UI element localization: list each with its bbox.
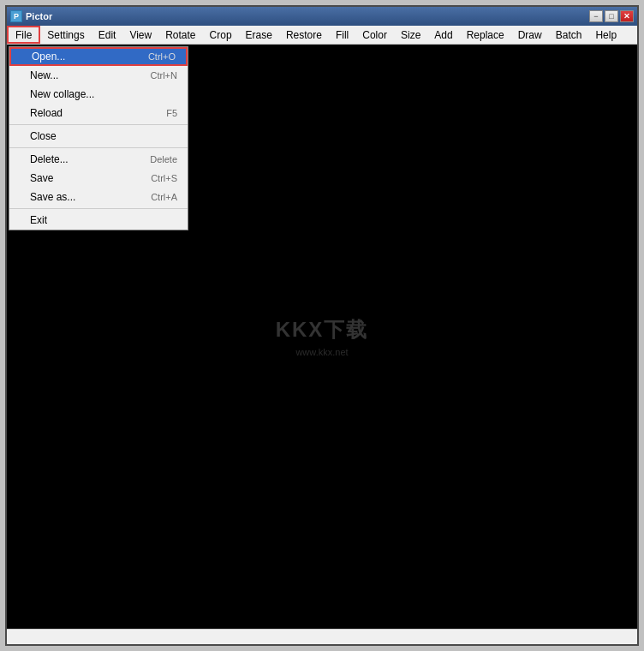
menu-help[interactable]: Help: [588, 26, 623, 44]
file-dropdown: Open... Ctrl+O New... Ctrl+N New collage…: [9, 46, 188, 230]
menu-bar: File Open... Ctrl+O New... Ctrl+N New co…: [7, 26, 637, 45]
menu-size[interactable]: Size: [394, 26, 427, 44]
separator-1: [9, 124, 188, 125]
minimize-button[interactable]: −: [589, 10, 603, 22]
menu-close[interactable]: Close: [9, 127, 188, 146]
maximize-button[interactable]: □: [605, 10, 618, 22]
watermark: KKX下载 www.kkx.net: [276, 316, 369, 357]
menu-fill[interactable]: Fill: [329, 26, 355, 44]
menu-save-as[interactable]: Save as... Ctrl+A: [9, 188, 188, 206]
menu-reload[interactable]: Reload F5: [9, 104, 188, 122]
menu-open[interactable]: Open... Ctrl+O: [9, 47, 188, 66]
main-window: P Pictor − □ ✕ File Open... Ctrl+O New..…: [5, 5, 639, 646]
menu-settings[interactable]: Settings: [40, 26, 91, 44]
menu-new-collage[interactable]: New collage...: [9, 85, 188, 104]
separator-3: [9, 208, 188, 209]
window-controls: − □ ✕: [589, 10, 634, 22]
watermark-url-text: www.kkx.net: [276, 347, 369, 357]
menu-edit[interactable]: Edit: [92, 26, 123, 44]
watermark-main-text: KKX下载: [276, 316, 369, 343]
app-icon: P: [10, 10, 22, 22]
window-title: Pictor: [26, 11, 52, 21]
menu-new[interactable]: New... Ctrl+N: [9, 66, 188, 85]
menu-exit[interactable]: Exit: [9, 211, 188, 230]
menu-erase[interactable]: Erase: [239, 26, 279, 44]
menu-crop[interactable]: Crop: [203, 26, 239, 44]
menu-view[interactable]: View: [122, 26, 158, 44]
menu-batch[interactable]: Batch: [549, 26, 589, 44]
close-button[interactable]: ✕: [620, 10, 634, 22]
separator-2: [9, 147, 188, 148]
menu-color[interactable]: Color: [355, 26, 394, 44]
menu-save[interactable]: Save Ctrl+S: [9, 169, 188, 188]
menu-delete[interactable]: Delete... Delete: [9, 150, 188, 169]
status-bar: [7, 629, 637, 644]
menu-draw[interactable]: Draw: [511, 26, 549, 44]
menu-file[interactable]: File Open... Ctrl+O New... Ctrl+N New co…: [7, 26, 40, 44]
menu-rotate[interactable]: Rotate: [158, 26, 202, 44]
title-bar: P Pictor − □ ✕: [7, 7, 637, 26]
menu-add[interactable]: Add: [427, 26, 459, 44]
title-bar-left: P Pictor: [10, 10, 52, 22]
menu-restore[interactable]: Restore: [279, 26, 329, 44]
menu-replace[interactable]: Replace: [460, 26, 511, 44]
